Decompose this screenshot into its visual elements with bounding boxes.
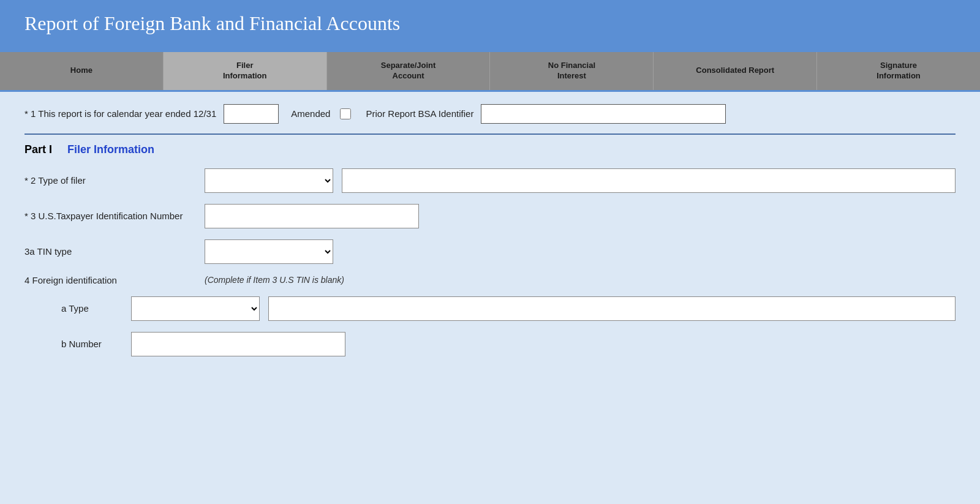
field4-label: 4 Foreign identification <box>24 275 196 285</box>
tab-separate-joint[interactable]: Separate/JointAccount <box>327 52 491 90</box>
foreign-id-type-text[interactable] <box>268 296 956 321</box>
field2-row: * 2 Type of filer <box>24 168 956 193</box>
foreign-id-number-input[interactable] <box>131 332 345 356</box>
prior-report-label: Prior Report BSA Identifier <box>366 108 473 119</box>
prior-report-input[interactable] <box>481 104 726 124</box>
tin-type-select[interactable] <box>205 239 333 264</box>
page-title: Report of Foreign Bank and Financial Acc… <box>24 12 956 35</box>
tab-signature-information[interactable]: SignatureInformation <box>817 52 980 90</box>
field3a-label: 3a TIN type <box>24 246 196 257</box>
field3a-row: 3a TIN type <box>24 239 956 264</box>
field4a-row: a Type <box>24 296 956 321</box>
foreign-id-type-select[interactable] <box>131 296 260 321</box>
tab-home[interactable]: Home <box>0 52 164 90</box>
field3-row: * 3 U.S.Taxpayer Identification Number <box>24 204 956 228</box>
main-content: * 1 This report is for calendar year end… <box>0 92 980 380</box>
field2-label: * 2 Type of filer <box>24 175 196 186</box>
field3-label: * 3 U.S.Taxpayer Identification Number <box>24 211 196 221</box>
field4b-label: b Number <box>61 339 123 349</box>
field1-row: * 1 This report is for calendar year end… <box>24 104 956 124</box>
amended-checkbox[interactable] <box>340 108 351 119</box>
field4b-row: b Number <box>24 332 956 356</box>
type-of-filer-select[interactable] <box>205 168 333 193</box>
type-of-filer-text[interactable] <box>342 168 956 193</box>
field1-label: * 1 This report is for calendar year end… <box>24 108 216 119</box>
section-divider <box>24 134 956 135</box>
field4a-label: a Type <box>61 303 123 314</box>
part1-heading: Part I Filer Information <box>24 143 956 156</box>
tin-input[interactable] <box>205 204 419 228</box>
amended-label: Amended <box>291 108 330 119</box>
page-header: Report of Foreign Bank and Financial Acc… <box>0 0 980 52</box>
calendar-year-input[interactable] <box>224 104 279 124</box>
tab-consolidated-report[interactable]: Consolidated Report <box>654 52 817 90</box>
part1-label: Part I <box>24 143 52 156</box>
tab-filer-information[interactable]: FilerInformation <box>164 52 327 90</box>
field4-note: (Complete if Item 3 U.S TIN is blank) <box>205 275 344 285</box>
part1-title: Filer Information <box>67 143 154 156</box>
field4-row: 4 Foreign identification (Complete if It… <box>24 275 956 285</box>
tab-no-financial-interest[interactable]: No FinancialInterest <box>490 52 654 90</box>
navigation-tabs: Home FilerInformation Separate/JointAcco… <box>0 52 980 92</box>
